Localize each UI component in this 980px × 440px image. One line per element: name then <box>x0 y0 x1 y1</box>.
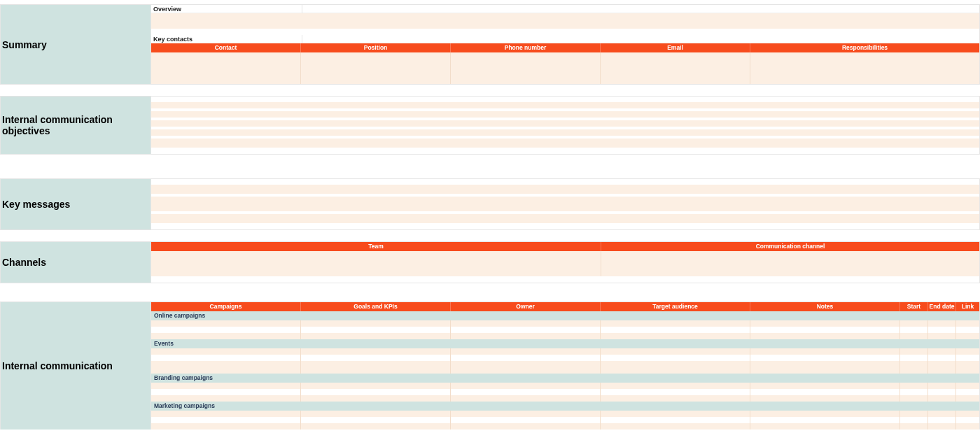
key-message-row[interactable] <box>151 185 979 194</box>
group-marketing-campaigns: Marketing campaigns <box>151 402 979 411</box>
table-row[interactable] <box>151 389 979 395</box>
table-row[interactable] <box>151 78 979 84</box>
objective-row[interactable] <box>151 102 979 108</box>
col-link: Link <box>956 302 979 311</box>
col-responsibilities: Responsibilities <box>750 43 979 52</box>
objective-row[interactable] <box>151 120 979 127</box>
table-row[interactable] <box>151 327 979 333</box>
col-campaigns: Campaigns <box>151 302 301 311</box>
table-row[interactable] <box>151 251 979 257</box>
objective-row[interactable] <box>151 111 979 118</box>
col-team: Team <box>151 242 601 251</box>
section-title-key-messages: Key messages <box>1 179 151 229</box>
table-row[interactable] <box>151 52 979 59</box>
table-row[interactable] <box>151 395 979 402</box>
table-row[interactable] <box>151 264 979 270</box>
section-key-messages: Key messages <box>0 178 980 230</box>
overview-label: Overview <box>153 5 302 13</box>
section-internal-communication: Internal communication Campaigns Goals a… <box>0 301 980 430</box>
table-row[interactable] <box>151 411 979 417</box>
col-start-date: Start date <box>900 302 928 311</box>
key-message-row[interactable] <box>151 197 979 211</box>
channels-table-header: Team Communication channel <box>151 242 979 251</box>
section-summary: Summary Overview Key contacts Contact Po… <box>0 4 980 85</box>
key-contacts-header-row: Key contacts <box>151 35 979 43</box>
gap-row <box>151 223 979 229</box>
col-position: Position <box>301 43 451 52</box>
section-title-summary: Summary <box>1 5 151 84</box>
col-goals: Goals and KPIs <box>301 302 451 311</box>
col-notes: Notes <box>750 302 900 311</box>
table-row[interactable] <box>151 333 979 339</box>
group-events: Events <box>151 339 979 348</box>
key-message-row[interactable] <box>151 214 979 223</box>
col-owner: Owner <box>451 302 601 311</box>
campaigns-table-header: Campaigns Goals and KPIs Owner Target au… <box>151 302 979 311</box>
contacts-table-header: Contact Position Phone number Email Resp… <box>151 43 979 52</box>
key-contacts-label: Key contacts <box>153 35 302 43</box>
overview-content[interactable] <box>151 13 979 29</box>
table-row[interactable] <box>151 355 979 361</box>
col-audience: Target audience <box>601 302 750 311</box>
table-row[interactable] <box>151 71 979 78</box>
col-channel: Communication channel <box>601 242 979 251</box>
gap-row <box>151 276 979 283</box>
col-email: Email <box>601 43 750 52</box>
table-row[interactable] <box>151 65 979 71</box>
table-row[interactable] <box>151 257 979 264</box>
objective-row[interactable] <box>151 139 979 148</box>
col-end-date: End date <box>928 302 956 311</box>
section-title-channels: Channels <box>1 242 151 283</box>
overview-header-row: Overview <box>151 5 979 13</box>
gap-row <box>151 179 979 185</box>
table-row[interactable] <box>151 361 979 367</box>
gap-row <box>151 148 979 154</box>
col-phone: Phone number <box>451 43 601 52</box>
group-online-campaigns: Online campaigns <box>151 311 979 320</box>
table-row[interactable] <box>151 383 979 389</box>
contacts-rows <box>151 52 979 84</box>
table-row[interactable] <box>151 348 979 355</box>
section-channels: Channels Team Communication channel <box>0 241 980 283</box>
group-branding-campaigns: Branding campaigns <box>151 374 979 383</box>
objective-row[interactable] <box>151 129 979 136</box>
section-title-internal-communication: Internal communication <box>1 302 151 430</box>
section-title-objectives: Internal communication objectives <box>1 97 151 154</box>
table-row[interactable] <box>151 59 979 65</box>
table-row[interactable] <box>151 320 979 327</box>
gap-row <box>151 97 979 102</box>
table-row[interactable] <box>151 423 979 430</box>
table-row[interactable] <box>151 417 979 423</box>
channels-rows <box>151 251 979 283</box>
section-objectives: Internal communication objectives <box>0 96 980 155</box>
table-row[interactable] <box>151 270 979 276</box>
gap-row <box>151 29 979 35</box>
table-row[interactable] <box>151 367 979 374</box>
col-contact: Contact <box>151 43 301 52</box>
